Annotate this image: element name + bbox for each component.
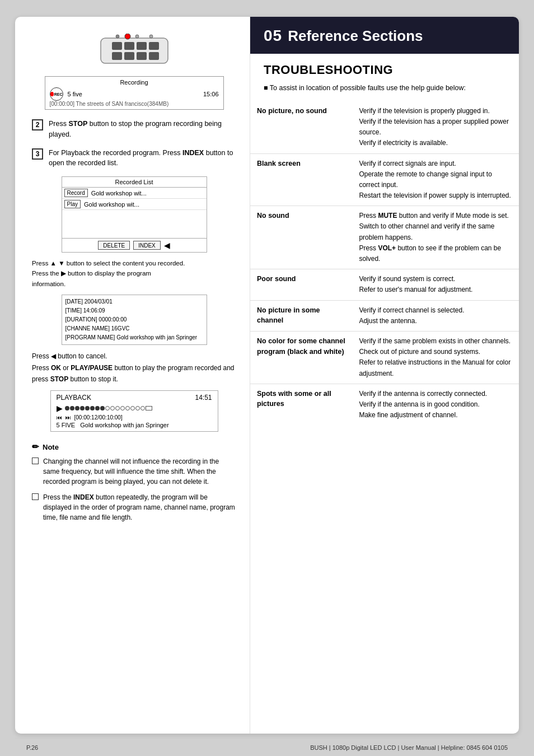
icon2: ⏭ — [65, 414, 71, 421]
stop-bold-2: STOP — [50, 375, 68, 383]
svg-point-10 — [116, 35, 119, 38]
delete-button[interactable]: DELETE — [98, 241, 130, 250]
arrow-right-icon: ◀ — [164, 241, 170, 250]
rec-dot — [50, 92, 54, 96]
footer-page: P.26 — [26, 744, 38, 751]
table-row-4: No picture in some channel Verify if cor… — [250, 300, 519, 331]
svg-rect-7 — [137, 52, 147, 60]
playback-current-time: [00:00:12/00:10:00] — [74, 414, 123, 421]
dot10 — [110, 406, 115, 410]
solution-0: Verify if the television is properly plu… — [352, 101, 519, 153]
step-2: 2 Press STOP button to stop the program … — [32, 119, 236, 140]
record-badge: Record — [64, 189, 88, 197]
recorded-list-box: Recorded List Record Gold workshop wit..… — [62, 176, 207, 253]
right-column: 05 Reference Sections TROUBLESHOOTING ■ … — [250, 17, 519, 734]
index-bold-2: INDEX — [73, 493, 94, 501]
device-svg — [90, 34, 179, 67]
list-spacer — [62, 210, 207, 238]
svg-rect-6 — [124, 52, 134, 60]
icon1: ⏮ — [57, 414, 62, 421]
trouble-table: No picture, no sound Verify if the telev… — [250, 101, 519, 426]
dot14 — [130, 406, 135, 410]
section-header: 05 Reference Sections — [250, 17, 519, 54]
prog-line1: [DATE] 2004/03/01 — [65, 297, 203, 306]
svg-point-11 — [135, 35, 139, 38]
playback-title: PLAYBACK — [57, 394, 91, 402]
step-2-text: Press STOP button to stop the program re… — [49, 119, 236, 140]
table-row-2: No sound Press MUTE button and verify if… — [250, 206, 519, 269]
step-3-text: For Playback the recorded program. Press… — [49, 148, 236, 169]
dot15 — [135, 406, 140, 410]
note-text-1: Changing the channel will not influence … — [43, 456, 236, 487]
solution-1: Verify if correct signals are input. Ope… — [352, 153, 519, 206]
issue-2: No sound — [250, 206, 352, 269]
left-column: Recording REC 5 five 15:06 [00:00:00] Th… — [15, 17, 250, 734]
note-header: ✏ Note — [32, 442, 236, 452]
playpause-bold: PLAY/PAUSE — [71, 364, 113, 372]
index-button[interactable]: INDEX — [133, 241, 161, 250]
dot12 — [120, 406, 125, 410]
recording-box: Recording REC 5 five 15:06 [00:00:00] Th… — [45, 76, 224, 110]
step-3-num: 3 — [32, 148, 43, 160]
prog-line5: [PROGRAM NAME] Gold workshop with jan Sp… — [65, 333, 203, 342]
rec-badge: REC — [50, 87, 63, 101]
dot13 — [125, 406, 130, 410]
recording-channel: 5 five — [68, 91, 82, 97]
program-info-box: [DATE] 2004/03/01 [TIME] 14:06:09 [DURAT… — [62, 295, 207, 345]
checkbox-1 — [32, 458, 39, 464]
issue-1: Blank screen — [250, 153, 352, 206]
prog-line2: [TIME] 14:06:09 — [65, 306, 203, 315]
issue-4: No picture in some channel — [250, 300, 352, 331]
recorded-list-title: Recorded List — [62, 177, 207, 188]
dot5 — [85, 406, 90, 410]
note-item-2: Press the INDEX button repeatedly, the p… — [32, 492, 236, 522]
section-title: Reference Sections — [288, 27, 423, 45]
dot9 — [105, 406, 110, 410]
playback-controls: ▶ — [57, 404, 212, 413]
troubleshoot-title: TROUBLESHOOTING — [250, 63, 519, 77]
issue-5: No color for some channel program (black… — [250, 331, 352, 384]
dot2 — [70, 406, 74, 410]
dot11 — [115, 406, 120, 410]
solution-6: Verify if the antenna is correctly conne… — [352, 384, 519, 425]
dot16 — [140, 406, 145, 410]
recorded-list-actions: DELETE INDEX ◀ — [62, 238, 207, 252]
recording-title: Recording — [50, 79, 219, 86]
solution-3: Verify if sound system is correct. Refer… — [352, 269, 519, 300]
dot4 — [80, 406, 85, 410]
nav-hint: Press ▲ ▼ button to select the content y… — [32, 258, 236, 289]
list-item-2-text: Gold workshop wit... — [84, 201, 139, 208]
playback-box: PLAYBACK 14:51 ▶ — [50, 390, 218, 432]
prog-line3: [DURATION] 0000:00:00 — [65, 315, 203, 324]
checkbox-2 — [32, 493, 39, 500]
prog-line4: [CHANNE NAME] 16GVC — [65, 324, 203, 333]
device-area — [32, 34, 236, 67]
dot8 — [100, 406, 105, 410]
progress-dots — [65, 406, 152, 410]
solution-5: Verify if the same problem exists in oth… — [352, 331, 519, 384]
table-row-1: Blank screen Verify if correct signals a… — [250, 153, 519, 206]
note-section: ✏ Note Changing the channel will not inf… — [32, 442, 236, 522]
svg-rect-3 — [137, 42, 147, 50]
issue-3: Poor sound — [250, 269, 352, 300]
solution-4: Verify if correct channel is selected. A… — [352, 300, 519, 331]
dot1 — [65, 406, 69, 410]
playback-icons: ⏮ ⏭ [00:00:12/00:10:00] — [57, 414, 212, 421]
note-text-2: Press the INDEX button repeatedly, the p… — [43, 492, 236, 522]
svg-point-12 — [149, 35, 153, 38]
issue-6: Spots with some or all pictures — [250, 384, 352, 425]
cancel-hint: Press ◀ button to cancel. — [32, 351, 236, 362]
play-arrow-icon: ▶ — [57, 404, 63, 413]
rec-label: REC — [54, 92, 63, 96]
table-row-5: No color for some channel program (black… — [250, 331, 519, 384]
playback-title-row: PLAYBACK 14:51 — [57, 394, 212, 402]
play-hint: Press OK or PLAY/PAUSE button to play th… — [32, 362, 236, 385]
dot3 — [75, 406, 79, 410]
section-number: 05 — [264, 27, 282, 45]
page-footer: P.26 BUSH | 1080p Digital LED LCD | User… — [15, 738, 519, 751]
list-item-2: Play Gold workshop wit... — [62, 199, 207, 210]
dot6 — [90, 406, 95, 410]
recording-row: REC 5 five 15:06 — [50, 87, 219, 101]
table-row-0: No picture, no sound Verify if the telev… — [250, 101, 519, 153]
svg-point-9 — [125, 34, 130, 39]
